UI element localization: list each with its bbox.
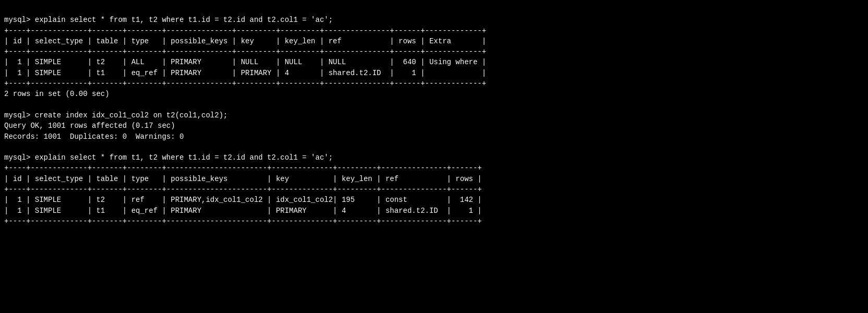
line-17: | 1 | SIMPLE | t1 | eq_ref | PRIMARY | P… <box>4 207 482 215</box>
line-3: | id | select_type | table | type | poss… <box>4 37 486 45</box>
line-11: Records: 1001 Duplicates: 0 Warnings: 0 <box>4 133 184 141</box>
line-8: 2 rows in set (0.00 sec) <box>4 90 110 98</box>
line-18: +----+-------------+-------+--------+---… <box>4 217 482 225</box>
terminal-output: mysql> explain select * from t1, t2 wher… <box>4 4 864 226</box>
line-10: Query OK, 1001 rows affected (0.17 sec) <box>4 122 175 130</box>
line-12: mysql> explain select * from t1, t2 wher… <box>4 153 333 162</box>
line-16: | 1 | SIMPLE | t2 | ref | PRIMARY,idx_co… <box>4 196 482 204</box>
line-9: mysql> create index idx_col1_col2 on t2(… <box>4 111 227 119</box>
line-5: | 1 | SIMPLE | t2 | ALL | PRIMARY | NULL… <box>4 58 486 66</box>
line-4: +----+-------------+-------+--------+---… <box>4 47 486 56</box>
line-15: +----+-------------+-------+--------+---… <box>4 185 482 194</box>
line-14: | id | select_type | table | type | poss… <box>4 175 482 183</box>
line-2: +----+-------------+-------+--------+---… <box>4 27 486 35</box>
line-7: +----+-------------+-------+--------+---… <box>4 79 486 88</box>
line-13: +----+-------------+-------+--------+---… <box>4 164 482 172</box>
line-6: | 1 | SIMPLE | t1 | eq_ref | PRIMARY | P… <box>4 69 486 77</box>
line-1: mysql> explain select * from t1, t2 wher… <box>4 16 333 24</box>
